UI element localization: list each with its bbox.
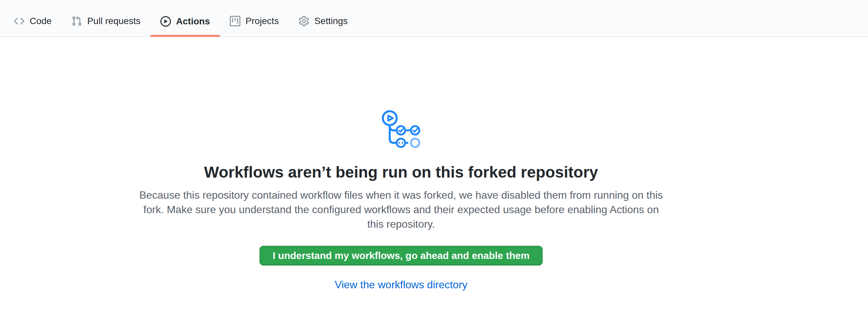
blankslate-heading: Workflows aren’t being run on this forke… (121, 163, 681, 182)
blankslate-description: Because this repository contained workfl… (134, 188, 668, 231)
code-icon (14, 16, 24, 26)
tab-settings[interactable]: Settings (289, 0, 358, 36)
tab-code[interactable]: Code (4, 0, 62, 36)
tab-pull-requests[interactable]: Pull requests (62, 0, 151, 36)
enable-workflows-button[interactable]: I understand my workflows, go ahead and … (259, 246, 542, 266)
workflow-graph-icon (382, 110, 421, 148)
repo-tab-nav: Code Pull requests Actions Projects Sett (0, 0, 868, 37)
tab-code-label: Code (30, 17, 52, 26)
tab-projects[interactable]: Projects (220, 0, 289, 36)
tab-settings-label: Settings (314, 17, 348, 26)
tab-projects-label: Projects (246, 17, 279, 26)
actions-blankslate: Workflows aren’t being run on this forke… (121, 37, 681, 291)
git-pull-request-icon (71, 16, 82, 26)
view-workflows-directory-link[interactable]: View the workflows directory (335, 279, 467, 291)
tab-pull-requests-label: Pull requests (87, 17, 141, 26)
play-icon (160, 16, 171, 27)
gear-icon (299, 16, 309, 26)
tab-actions-label: Actions (176, 17, 210, 26)
tab-actions[interactable]: Actions (151, 0, 220, 37)
repository-page: Code Pull requests Actions Projects Sett (0, 0, 868, 311)
project-icon (230, 16, 240, 26)
